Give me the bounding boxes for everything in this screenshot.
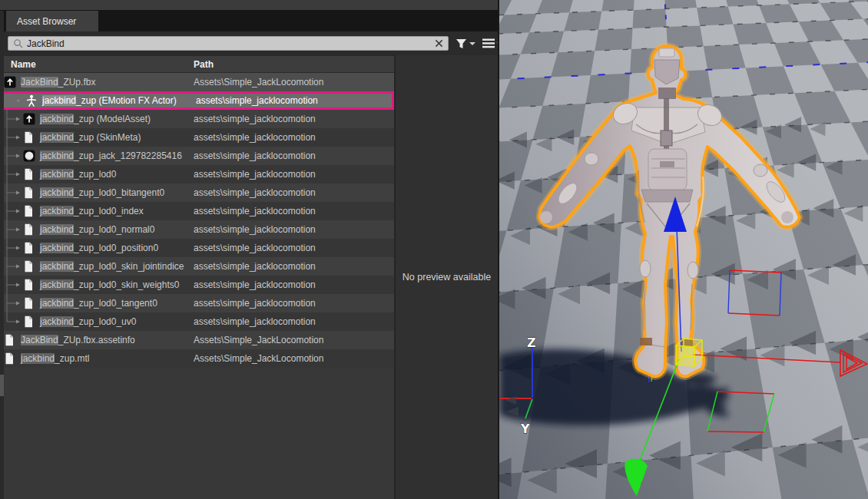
table-row[interactable]: jackbind_zup_lod0 assets\simple_jackloco… xyxy=(0,165,394,183)
collapsed-panel-tab[interactable] xyxy=(0,375,4,396)
asset-path: assets\simple_jacklocomotion xyxy=(194,316,394,327)
asset-name-match: jackbind xyxy=(40,316,74,327)
asset-path: assets\simple_jacklocomotion xyxy=(196,95,392,106)
asset-name-rest: _zup_lod0_tangent0 xyxy=(74,298,157,309)
asset-type-icon xyxy=(4,334,17,346)
asset-name-cell: jackbind_zup (EMotion FX Actor) xyxy=(2,94,196,107)
asset-name-rest: _zup (EMotion FX Actor) xyxy=(76,95,177,106)
asset-name-rest: _zup (ModelAsset) xyxy=(74,114,151,124)
column-header-path[interactable]: Path xyxy=(194,59,214,70)
asset-name-rest: _zup_jack_129782285416 xyxy=(74,150,182,161)
asset-name-match: jackbind xyxy=(40,169,74,180)
asset-name-cell: jackbind_zup (SkinMeta) xyxy=(0,128,194,147)
asset-path: assets\simple_jacklocomotion xyxy=(194,206,394,216)
asset-path: Assets\Simple_JackLocomotion xyxy=(194,335,394,345)
asset-name-rest: _zup_lod0_skin_weights0 xyxy=(74,279,179,290)
gizmo-origin-cube[interactable] xyxy=(676,339,702,366)
funnel-icon xyxy=(456,38,467,49)
asset-name-cell: JackBind_ZUp.fbx xyxy=(0,76,194,88)
asset-type-icon xyxy=(23,131,36,144)
table-row[interactable]: jackbind_zup (EMotion FX Actor) assets\s… xyxy=(0,91,394,110)
asset-name-cell: jackbind_zup_lod0_bitangent0 xyxy=(0,183,194,202)
asset-name-match: jackbind xyxy=(40,206,74,216)
asset-type-icon xyxy=(23,187,36,199)
asset-name-cell: jackbind_zup_lod0_tangent0 xyxy=(0,294,194,312)
table-row[interactable]: jackbind_zup_lod0_skin_jointindice asset… xyxy=(0,257,394,276)
table-row[interactable]: JackBind_ZUp.fbx.assetinfo Assets\Simple… xyxy=(0,331,394,349)
asset-path: assets\simple_jacklocomotion xyxy=(194,114,394,124)
asset-path: assets\simple_jacklocomotion xyxy=(194,243,394,253)
asset-name-match: jackbind xyxy=(40,279,74,290)
asset-name-cell: jackbind_zup_lod0_position0 xyxy=(0,239,194,257)
axis-label-y: Y xyxy=(520,421,530,436)
tab-asset-browser[interactable]: Asset Browser xyxy=(6,11,98,31)
table-row[interactable]: jackbind_zup_lod0_skin_weights0 assets\s… xyxy=(0,276,394,294)
asset-name-match: jackbind xyxy=(40,187,74,198)
panel-title-bar[interactable] xyxy=(0,0,498,11)
asset-name-cell: jackbind_zup_lod0_skin_weights0 xyxy=(0,276,194,294)
asset-type-icon xyxy=(23,279,36,291)
asset-name-cell: jackbind_zup (ModelAsset) xyxy=(0,110,194,128)
asset-type-icon xyxy=(23,242,36,254)
asset-name-rest: _zup_lod0_position0 xyxy=(74,243,158,253)
chevron-down-icon xyxy=(469,42,475,45)
asset-type-icon xyxy=(23,316,36,328)
table-row[interactable]: jackbind_zup_lod0_position0 assets\simpl… xyxy=(0,239,394,257)
asset-name-rest: _zup.mtl xyxy=(55,353,89,364)
preview-panel: No preview available xyxy=(394,55,498,499)
asset-name-cell: JackBind_ZUp.fbx.assetinfo xyxy=(0,334,194,346)
asset-name-match: jackbind xyxy=(40,243,74,253)
asset-type-icon xyxy=(25,94,38,107)
asset-type-icon xyxy=(23,260,36,273)
editor-window: { "asset_browser": { "tab_label": "Asset… xyxy=(0,0,868,499)
asset-name-match: jackbind xyxy=(40,261,74,272)
asset-name-rest: _zup_lod0_normal0 xyxy=(74,224,154,235)
asset-name-rest: _zup_lod0_skin_jointindice xyxy=(74,261,184,272)
search-input[interactable] xyxy=(27,38,433,49)
tree-branch xyxy=(2,94,25,107)
asset-path: assets\simple_jacklocomotion xyxy=(194,150,394,161)
asset-path: Assets\Simple_JackLocomotion xyxy=(194,353,394,364)
asset-path: assets\simple_jacklocomotion xyxy=(194,261,394,272)
filter-button[interactable] xyxy=(456,38,475,49)
asset-type-icon xyxy=(23,223,36,236)
viewport-3d[interactable]: Z Y xyxy=(498,0,868,499)
asset-type-icon xyxy=(23,168,36,180)
search-icon xyxy=(13,38,23,48)
table-row[interactable]: jackbind_zup_lod0_index assets\simple_ja… xyxy=(0,202,394,220)
asset-type-icon xyxy=(4,352,17,365)
asset-path: assets\simple_jacklocomotion xyxy=(194,132,394,143)
asset-name-match: JackBind xyxy=(21,335,58,345)
column-header-name[interactable]: Name xyxy=(0,59,194,70)
asset-type-icon xyxy=(23,113,36,125)
table-row[interactable]: jackbind_zup_lod0_tangent0 assets\simple… xyxy=(0,294,394,312)
asset-path: Assets\Simple_JackLocomotion xyxy=(194,77,394,88)
table-row[interactable]: jackbind_zup_lod0_uv0 assets\simple_jack… xyxy=(0,312,394,331)
asset-name-cell: jackbind_zup_lod0_index xyxy=(0,202,194,220)
axis-label-z: Z xyxy=(527,335,536,350)
search-box xyxy=(8,36,449,51)
asset-name-match: JackBind xyxy=(21,77,58,88)
search-toolbar xyxy=(0,31,498,55)
asset-name-rest: _ZUp.fbx xyxy=(58,77,96,88)
table-row[interactable]: jackbind_zup_lod0_normal0 assets\simple_… xyxy=(0,220,394,239)
asset-path: assets\simple_jacklocomotion xyxy=(194,298,394,309)
table-row[interactable]: jackbind_zup_lod0_bitangent0 assets\simp… xyxy=(0,183,394,202)
asset-name-rest: _zup_lod0_bitangent0 xyxy=(74,187,164,198)
table-row[interactable]: jackbind_zup (ModelAsset) assets\simple_… xyxy=(0,110,394,128)
clear-search-icon[interactable] xyxy=(433,38,445,49)
asset-name-cell: jackbind_zup_jack_129782285416 xyxy=(0,147,194,165)
asset-path: assets\simple_jacklocomotion xyxy=(194,224,394,235)
asset-name-rest: _ZUp.fbx.assetinfo xyxy=(58,335,135,345)
asset-name-match: jackbind xyxy=(40,114,74,124)
asset-name-match: jackbind xyxy=(40,224,74,235)
table-row[interactable]: jackbind_zup.mtl Assets\Simple_JackLocom… xyxy=(0,349,394,368)
asset-name-cell: jackbind_zup_lod0 xyxy=(0,165,194,183)
table-row[interactable]: jackbind_zup_jack_129782285416 assets\si… xyxy=(0,147,394,165)
collapsed-panel-strip xyxy=(0,11,4,499)
asset-path: assets\simple_jacklocomotion xyxy=(194,187,394,198)
table-row[interactable]: jackbind_zup (SkinMeta) assets\simple_ja… xyxy=(0,128,394,147)
table-row[interactable]: JackBind_ZUp.fbx Assets\Simple_JackLocom… xyxy=(0,73,394,91)
asset-path: assets\simple_jacklocomotion xyxy=(194,169,394,180)
asset-type-icon xyxy=(4,76,17,88)
